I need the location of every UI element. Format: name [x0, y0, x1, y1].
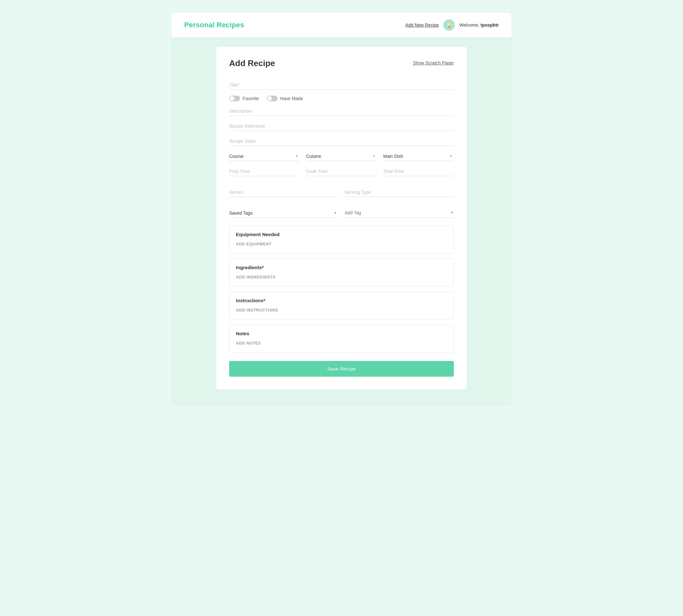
header-right: Add New Recipe 🍦 Welcome, tpospbtr: [405, 19, 499, 31]
instructions-section-title: Instructions*: [236, 298, 447, 303]
avatar-icon: 🍦: [446, 22, 452, 28]
saved-tags-select-wrapper: Saved Tags: [229, 208, 338, 218]
instructions-section: Instructions* ADD INSTRUCTIONS: [229, 292, 454, 320]
equipment-section: Equipment Needed ADD EQUIPMENT: [229, 225, 454, 254]
time-row: [229, 167, 454, 182]
header: Personal Recipes Add New Recipe 🍦 Welcom…: [171, 13, 512, 37]
prep-time-field-group: [229, 167, 300, 176]
recipe-video-field-group: [229, 137, 454, 146]
add-new-recipe-link[interactable]: Add New Recipe: [405, 22, 439, 28]
title-field-group: [229, 81, 454, 90]
serving-type-input[interactable]: [345, 188, 454, 197]
cuisine-select-wrapper: Cuisine: [306, 152, 377, 161]
app-title: Personal Recipes: [184, 21, 244, 29]
have-made-label: Have Made: [280, 96, 303, 101]
favorite-label: Favorite: [243, 96, 259, 101]
recipe-reference-field-group: [229, 122, 454, 131]
description-input[interactable]: [229, 107, 454, 116]
add-tag-button[interactable]: +: [450, 210, 454, 216]
ingredients-section: Ingredients* ADD INGREDIENTS: [229, 259, 454, 286]
serves-input[interactable]: [229, 188, 338, 197]
total-time-input[interactable]: [383, 167, 454, 176]
saved-tags-select[interactable]: Saved Tags: [229, 208, 338, 218]
cook-time-input[interactable]: [306, 167, 377, 176]
ingredients-section-title: Ingredients*: [236, 265, 447, 270]
have-made-toggle[interactable]: [267, 95, 278, 102]
serves-row: [229, 188, 454, 203]
total-time-field-group: [383, 167, 454, 176]
app-container: Personal Recipes Add New Recipe 🍦 Welcom…: [171, 13, 512, 405]
main-dish-select[interactable]: Main Dish: [383, 152, 454, 161]
cook-time-field-group: [306, 167, 377, 176]
notes-section-title: Notes: [236, 331, 447, 336]
add-instructions-button[interactable]: ADD INSTRUCTIONS: [236, 308, 278, 312]
serves-field-group: [229, 188, 338, 197]
save-recipe-button[interactable]: Save Recipe: [229, 361, 454, 377]
cuisine-select[interactable]: Cuisine: [306, 152, 377, 161]
avatar: 🍦: [443, 19, 455, 31]
course-select[interactable]: Course: [229, 152, 300, 161]
add-ingredients-button[interactable]: ADD INGREDIENTS: [236, 275, 275, 280]
favorite-toggle-item: Favorite: [229, 95, 259, 102]
favorite-toggle[interactable]: [229, 95, 240, 102]
recipe-video-input[interactable]: [229, 137, 454, 146]
title-input[interactable]: [229, 81, 454, 90]
form-title: Add Recipe: [229, 59, 275, 68]
form-header-row: Add Recipe Show Scratch Paper: [229, 59, 454, 77]
main-dish-select-wrapper: Main Dish: [383, 152, 454, 161]
form-card: Add Recipe Show Scratch Paper Favorite H…: [216, 47, 467, 390]
add-equipment-button[interactable]: ADD EQUIPMENT: [236, 242, 272, 246]
description-field-group: [229, 107, 454, 116]
add-notes-button[interactable]: ADD NOTES: [236, 341, 261, 346]
toggle-row: Favorite Have Made: [229, 95, 454, 102]
welcome-text: Welcome, tpospbtr: [459, 22, 499, 28]
username: tpospbtr: [481, 22, 499, 28]
recipe-reference-input[interactable]: [229, 122, 454, 131]
have-made-toggle-item: Have Made: [267, 95, 303, 102]
add-tag-wrapper: +: [345, 210, 454, 218]
equipment-section-title: Equipment Needed: [236, 232, 447, 237]
serving-type-field-group: [345, 188, 454, 197]
tags-row: Saved Tags +: [229, 208, 454, 218]
course-select-wrapper: Course: [229, 152, 300, 161]
prep-time-input[interactable]: [229, 167, 300, 176]
main-background: Add Recipe Show Scratch Paper Favorite H…: [171, 37, 512, 405]
scratch-paper-link[interactable]: Show Scratch Paper: [413, 60, 454, 65]
notes-section: Notes ADD NOTES: [229, 325, 454, 353]
welcome-prefix: Welcome,: [459, 22, 479, 28]
course-cuisine-row: Course Cuisine Main Dish: [229, 152, 454, 161]
add-tag-input[interactable]: [345, 210, 450, 215]
